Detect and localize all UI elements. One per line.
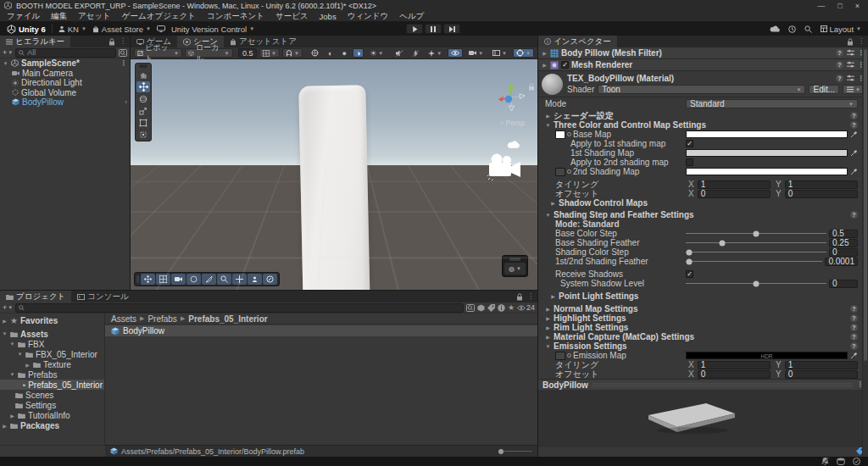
hierarchy-search-input[interactable]: All xyxy=(15,48,116,58)
help-icon[interactable]: ? xyxy=(850,305,858,313)
emission-tiling-x-field[interactable]: 1 xyxy=(698,361,771,369)
asset-store-dropdown[interactable]: Asset Store▼ xyxy=(92,25,151,34)
overlay-grip[interactable] xyxy=(139,64,147,68)
asset-item-bodypillow[interactable]: BodyPillow xyxy=(105,325,537,336)
help-icon[interactable]: ? xyxy=(836,75,843,82)
maximize-button[interactable]: □ xyxy=(837,2,842,10)
tab-hierarchy[interactable]: ヒエラルキー xyxy=(0,36,70,47)
project-search-input[interactable] xyxy=(15,303,464,313)
history-icon[interactable] xyxy=(788,25,796,33)
menu-assets[interactable]: アセット xyxy=(78,11,111,22)
kebab-menu-icon[interactable]: ⋮ xyxy=(858,38,865,45)
section-three-color[interactable]: ▼Three Color and Control Map Settings? xyxy=(538,120,868,130)
emission-offset-y-field[interactable]: 0 xyxy=(785,370,858,379)
2nd-shading-color-field[interactable] xyxy=(686,168,848,175)
crumb-current[interactable]: Prefabs_05_Interior xyxy=(188,314,267,324)
close-button[interactable]: × xyxy=(855,2,860,10)
base-color-step-slider[interactable] xyxy=(686,230,826,238)
mode-dropdown[interactable]: Standard▼ xyxy=(686,99,858,108)
pause-button[interactable] xyxy=(425,24,442,34)
rotate-overlay-button[interactable] xyxy=(186,274,201,285)
tree-favorites[interactable]: ▶★Favorites xyxy=(0,315,104,325)
base-shading-feather-field[interactable]: 0.25 xyxy=(829,239,858,247)
search-prefab-icon[interactable] xyxy=(477,304,485,312)
component-enabled-checkbox[interactable]: ✓ xyxy=(561,61,569,69)
tool-handle-position-icon[interactable] xyxy=(308,48,322,58)
lock-icon[interactable] xyxy=(108,38,115,46)
object-picker-icon[interactable] xyxy=(567,132,571,136)
menu-file[interactable]: ファイル xyxy=(7,11,40,22)
tree-texture[interactable]: ▶Texture xyxy=(0,359,104,369)
thumbnail-zoom-slider[interactable] xyxy=(498,450,532,452)
eyedropper-icon[interactable] xyxy=(850,149,858,157)
info-icon[interactable] xyxy=(498,304,505,312)
section-shader-settings[interactable]: ▶シェーダー設定? xyxy=(538,111,868,120)
crumb-prefabs[interactable]: Prefabs xyxy=(147,314,176,324)
view-lock-icon[interactable] xyxy=(528,83,535,91)
search-icon[interactable] xyxy=(804,25,812,33)
presets-icon[interactable] xyxy=(847,61,854,69)
settings-overlay-button[interactable] xyxy=(248,274,262,285)
hierarchy-item-main-camera[interactable]: Main Camera xyxy=(0,69,130,79)
cache-server-icon[interactable] xyxy=(837,458,845,465)
base-map-color-field[interactable] xyxy=(686,130,848,138)
overlay-grip[interactable] xyxy=(509,258,520,261)
receive-shadows-checkbox[interactable]: ✓ xyxy=(686,270,693,278)
bodypillow-mesh[interactable] xyxy=(298,85,370,290)
tree-prefabs[interactable]: ▼Prefabs xyxy=(0,369,104,380)
camera-settings-dropdown[interactable]: ▼ xyxy=(465,48,487,58)
section-normal-map[interactable]: ▶Normal Map Settings? xyxy=(538,304,868,313)
help-icon[interactable]: ? xyxy=(850,324,858,331)
offset-x-field[interactable]: 0 xyxy=(698,190,771,198)
scene-light-dropdown[interactable]: ☀▼ xyxy=(366,48,387,58)
menu-help[interactable]: ヘルプ xyxy=(399,11,424,22)
effects-off-icon[interactable] xyxy=(409,48,422,58)
menu-edit[interactable]: 編集 xyxy=(51,11,67,22)
rect-tool-button[interactable] xyxy=(136,117,150,128)
eyedropper-icon[interactable] xyxy=(850,352,858,359)
hierarchy-scene-row[interactable]: ▼ SampleScene* ⋮ xyxy=(0,58,130,69)
notifications-muted-icon[interactable] xyxy=(821,458,829,465)
base-color-step-field[interactable]: 0.5 xyxy=(829,230,858,238)
tree-settings[interactable]: Settings xyxy=(0,400,104,410)
transform-tool-button[interactable] xyxy=(136,129,150,140)
tree-fbx[interactable]: ▼FBX xyxy=(0,339,104,349)
section-highlight[interactable]: ▶Highlight Settings? xyxy=(538,313,868,323)
menu-window[interactable]: ウィンドウ xyxy=(348,11,389,22)
mesh-filter-header[interactable]: ▶ Body Pillow (Mesh Filter) ? ⋮ xyxy=(538,47,868,59)
scrollbar-thumb[interactable] xyxy=(864,49,867,361)
section-point-light[interactable]: ▶Point Light Settings xyxy=(538,291,868,301)
snap-increment-dropdown[interactable]: ▼ xyxy=(282,48,303,58)
1st-2nd-shading-feather-slider[interactable] xyxy=(686,258,822,266)
hierarchy-item-directional-light[interactable]: Directional Light xyxy=(0,78,130,88)
gizmos-dropdown[interactable]: ▼ xyxy=(513,48,534,58)
prefab-open-arrow[interactable]: › xyxy=(125,98,127,106)
zoom-overlay-button[interactable] xyxy=(217,274,231,285)
audio-mute-icon[interactable] xyxy=(392,48,407,58)
1st-2nd-shading-feather-field[interactable]: 0.0001 xyxy=(825,258,858,266)
search-label-icon[interactable] xyxy=(487,304,495,312)
search-by-type-icon[interactable] xyxy=(119,49,127,57)
help-icon[interactable]: ? xyxy=(850,211,858,219)
collab-history-button[interactable] xyxy=(157,25,165,32)
crumb-assets[interactable]: Assets xyxy=(111,314,136,324)
minimize-button[interactable]: — xyxy=(817,2,825,10)
component-tools-dropdown[interactable]: ▼ xyxy=(489,48,510,58)
system-shadow-level-field[interactable]: 0 xyxy=(829,280,858,288)
perspective-label[interactable]: ‹Persp xyxy=(501,119,525,127)
help-icon[interactable]: ? xyxy=(850,333,858,341)
shader-dropdown[interactable]: Toon▼ xyxy=(598,85,805,94)
pivot-dropdown[interactable]: ピボット▼ xyxy=(134,48,182,58)
account-dropdown[interactable]: KN▼ xyxy=(58,25,86,34)
lighting-overlay-button[interactable] xyxy=(202,274,216,285)
hidden-count[interactable]: 24 xyxy=(517,303,535,312)
camera-gizmo[interactable] xyxy=(487,137,526,183)
add-object-button[interactable]: +▼ xyxy=(3,48,13,57)
create-asset-button[interactable]: +▼ xyxy=(3,303,13,312)
tree-fbx05-interior[interactable]: ▼FBX_05_Interior xyxy=(0,349,104,359)
tree-scenes[interactable]: Scenes xyxy=(0,390,104,400)
eyedropper-icon[interactable] xyxy=(850,168,858,175)
tree-tutorialinfo[interactable]: ▶TutorialInfo xyxy=(0,410,104,420)
rendering-debug-icon[interactable]: ◑ xyxy=(353,48,364,58)
tree-packages[interactable]: ▶Packages xyxy=(0,420,104,430)
